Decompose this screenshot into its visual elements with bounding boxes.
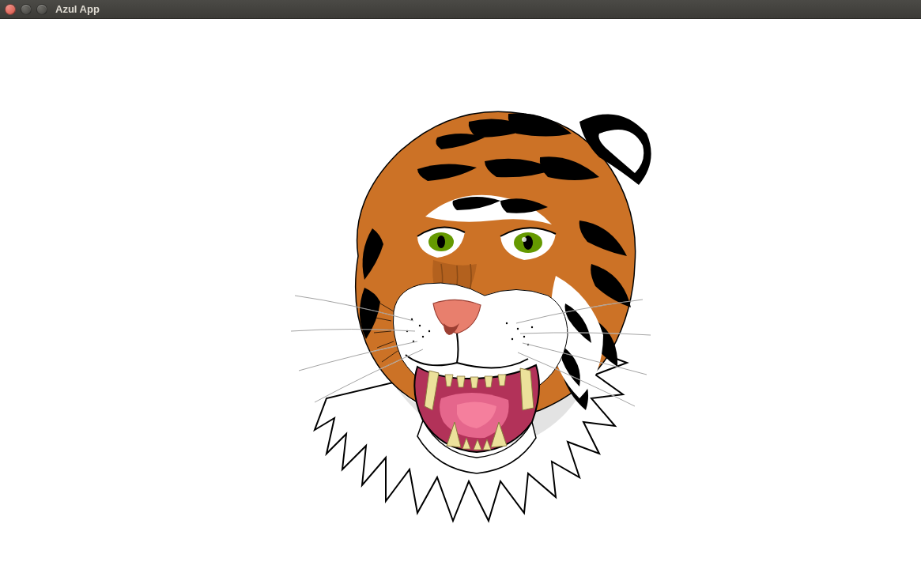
svg-point-13 (511, 338, 512, 340)
maximize-button[interactable] (36, 4, 47, 15)
window-titlebar: Azul App (0, 0, 921, 19)
tiger-illustration (240, 58, 682, 548)
svg-point-4 (522, 237, 527, 242)
svg-point-6 (418, 325, 420, 326)
svg-point-8 (421, 336, 423, 337)
content-area (0, 19, 921, 588)
tiger-svg (240, 58, 682, 548)
svg-point-15 (530, 326, 532, 328)
minimize-button[interactable] (21, 4, 32, 15)
svg-point-11 (505, 322, 507, 324)
window-controls (5, 4, 47, 15)
svg-point-12 (516, 328, 518, 330)
svg-point-14 (523, 336, 524, 337)
svg-point-10 (428, 330, 429, 332)
window-title: Azul App (55, 0, 100, 19)
close-button[interactable] (5, 4, 16, 15)
svg-point-1 (437, 236, 445, 248)
